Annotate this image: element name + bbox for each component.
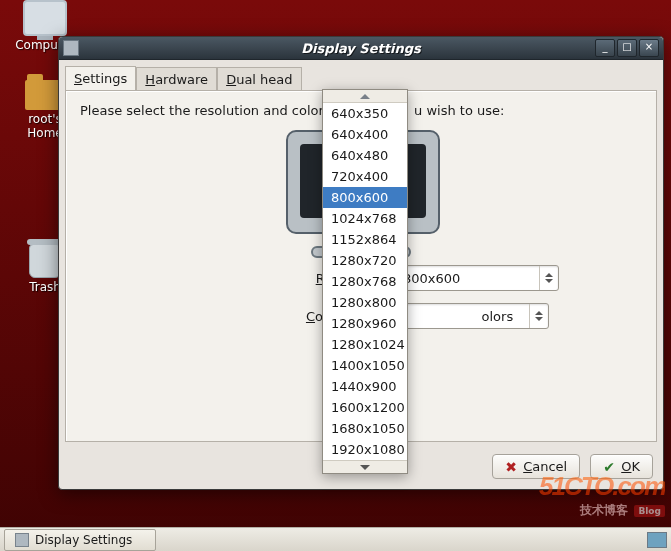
maximize-button[interactable]: □ (617, 39, 637, 57)
resolution-dropdown[interactable]: 640x350640x400640x480720x400800x6001024x… (322, 89, 408, 474)
color-depth-value: Millions of Colors (395, 309, 529, 324)
resolution-combo[interactable]: 800x600 (394, 265, 559, 291)
tab-settings[interactable]: Settings (65, 66, 136, 90)
computer-icon (23, 0, 67, 36)
resolution-option[interactable]: 1600x1200 (323, 397, 407, 418)
window-icon (63, 40, 79, 56)
tray-icon[interactable] (647, 532, 667, 548)
resolution-value: 800x600 (395, 271, 539, 286)
taskbar-app-button[interactable]: Display Settings (4, 529, 156, 551)
resolution-option[interactable]: 720x400 (323, 166, 407, 187)
close-button[interactable]: × (639, 39, 659, 57)
cancel-button[interactable]: ✖ Cancel (492, 454, 580, 479)
system-tray (647, 532, 667, 548)
ok-button[interactable]: ✔ OK (590, 454, 653, 479)
resolution-option[interactable]: 800x600 (323, 187, 407, 208)
resolution-option[interactable]: 1024x768 (323, 208, 407, 229)
resolution-option[interactable]: 640x350 (323, 103, 407, 124)
resolution-option[interactable]: 1280x768 (323, 271, 407, 292)
tab-bar: Settings Hardware Dual head (65, 66, 657, 90)
tab-dual-head[interactable]: Dual head (217, 67, 301, 91)
resolution-option[interactable]: 640x400 (323, 124, 407, 145)
minimize-button[interactable]: _ (595, 39, 615, 57)
resolution-option[interactable]: 1280x800 (323, 292, 407, 313)
resolution-option[interactable]: 1280x720 (323, 250, 407, 271)
window-title: Display Settings (59, 41, 663, 56)
desktop-root: Computer root's Home Trash Display Setti… (0, 0, 671, 551)
resolution-option[interactable]: 640x480 (323, 145, 407, 166)
scroll-down-button[interactable] (323, 460, 407, 473)
color-depth-combo[interactable]: Millions of Colors (394, 303, 549, 329)
resolution-option[interactable]: 1152x864 (323, 229, 407, 250)
resolution-option[interactable]: 1280x1024 (323, 334, 407, 355)
scroll-up-button[interactable] (323, 90, 407, 103)
titlebar[interactable]: Display Settings _ □ × (59, 37, 663, 60)
cancel-icon: ✖ (505, 460, 519, 474)
taskbar: Display Settings (0, 527, 671, 551)
resolution-option[interactable]: 1920x1080 (323, 439, 407, 460)
resolution-option[interactable]: 1440x900 (323, 376, 407, 397)
tab-hardware[interactable]: Hardware (136, 67, 217, 91)
ok-icon: ✔ (603, 460, 617, 474)
chevron-updown-icon (529, 304, 548, 328)
trash-icon (29, 244, 61, 278)
taskbar-app-label: Display Settings (35, 533, 132, 547)
window-icon (15, 533, 29, 547)
resolution-option[interactable]: 1400x1050 (323, 355, 407, 376)
resolution-option[interactable]: 1680x1050 (323, 418, 407, 439)
resolution-option[interactable]: 1280x960 (323, 313, 407, 334)
chevron-updown-icon (539, 266, 558, 290)
